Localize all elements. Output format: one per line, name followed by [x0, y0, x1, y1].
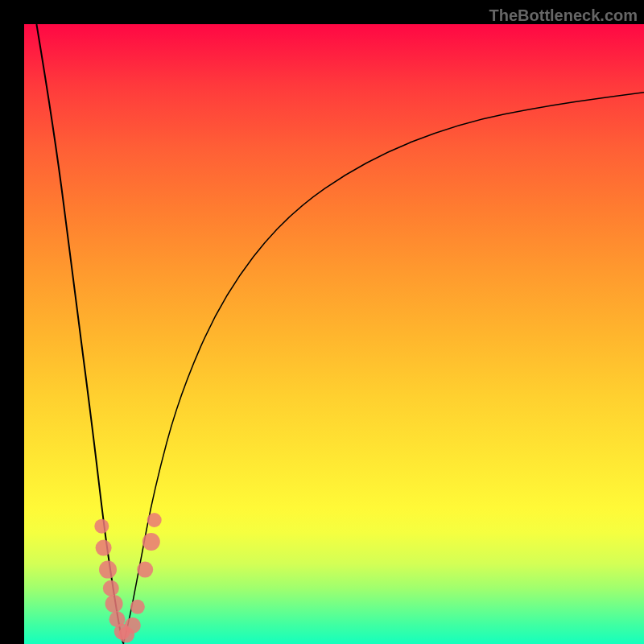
- data-point: [125, 617, 141, 634]
- right-curve-line: [123, 93, 644, 644]
- data-point: [103, 580, 119, 597]
- data-point: [105, 595, 123, 613]
- chart-svg: [24, 24, 644, 644]
- data-points: [94, 513, 161, 643]
- data-point: [142, 533, 160, 551]
- data-point: [96, 540, 112, 556]
- data-point: [137, 562, 153, 578]
- watermark-text: TheBottleneck.com: [489, 6, 638, 25]
- data-point: [130, 600, 145, 614]
- data-point: [147, 513, 162, 527]
- data-point: [94, 519, 109, 534]
- chart-area: [24, 24, 644, 644]
- data-point: [99, 561, 117, 579]
